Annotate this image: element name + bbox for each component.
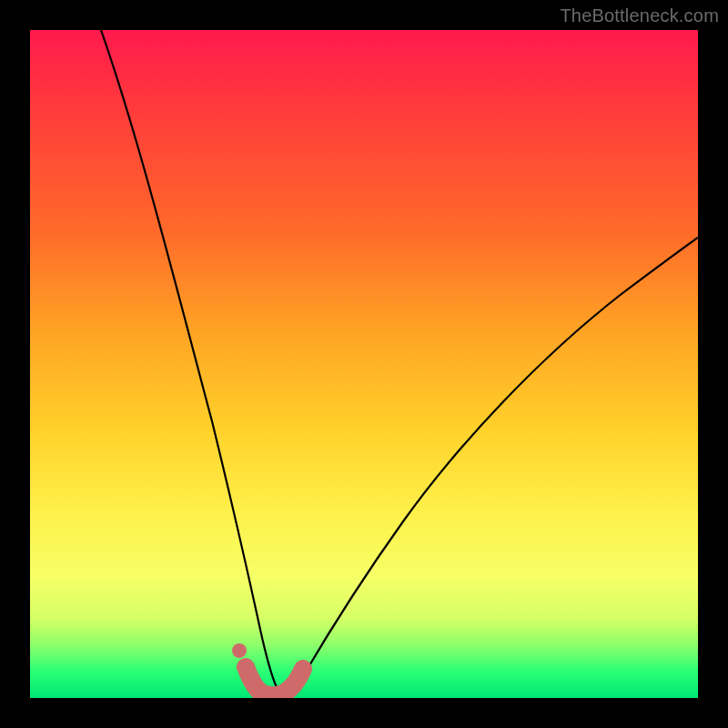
plot-area	[30, 30, 698, 698]
curve-layer	[30, 30, 698, 698]
highlight-dot	[232, 643, 247, 658]
bottleneck-curve	[101, 30, 698, 696]
watermark-text: TheBottleneck.com	[560, 5, 719, 26]
chart-frame: TheBottleneck.com	[0, 0, 728, 728]
